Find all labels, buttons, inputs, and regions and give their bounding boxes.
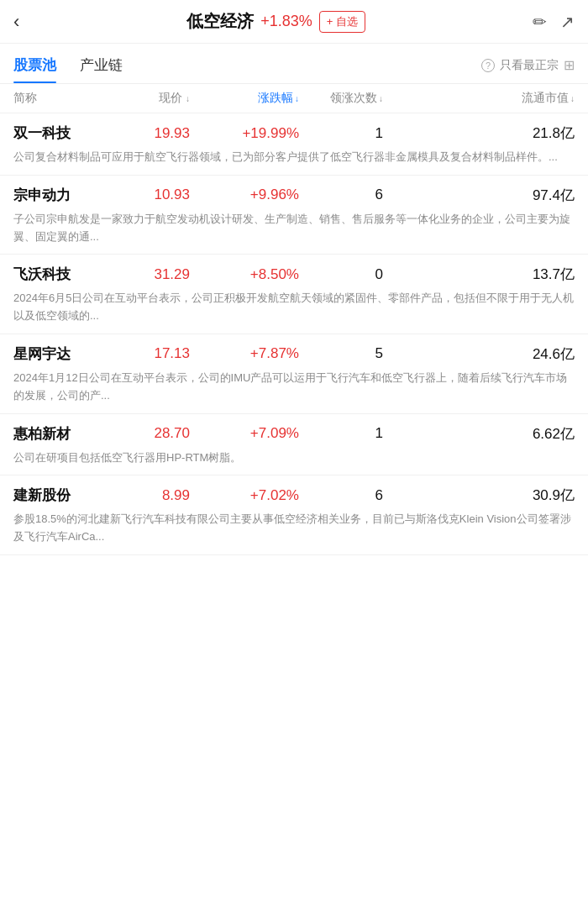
stock-change: +7.87% (190, 345, 299, 362)
stock-name: 飞沃科技 (13, 265, 89, 284)
col-header-name: 简称 (13, 91, 89, 106)
stock-row: 建新股份 8.99 +7.02% 6 30.9亿 (13, 486, 575, 505)
header-actions: ✏ ↗ (533, 12, 575, 32)
page-title: 低空经济 (186, 10, 254, 33)
stock-price: 31.29 (89, 266, 190, 283)
add-favorite-button[interactable]: + 自选 (319, 11, 365, 33)
stock-lead: 0 (299, 266, 383, 283)
stock-price: 10.93 (89, 187, 190, 203)
stock-change: +8.50% (190, 266, 299, 283)
stock-cap: 21.8亿 (383, 123, 575, 143)
list-item[interactable]: 双一科技 19.93 +19.99% 1 21.8亿 公司复合材料制品可应用于航… (0, 113, 588, 176)
stock-list: 双一科技 19.93 +19.99% 1 21.8亿 公司复合材料制品可应用于航… (0, 113, 588, 555)
col-header-cap[interactable]: 流通市值 ↓ (383, 91, 575, 106)
stock-lead: 5 (299, 345, 383, 362)
list-item[interactable]: 惠柏新材 28.70 +7.09% 1 6.62亿 公司在研项目包括低空飞行器用… (0, 414, 588, 476)
tab-industry-chain[interactable]: 产业链 (80, 47, 123, 83)
stock-row: 飞沃科技 31.29 +8.50% 0 13.7亿 (13, 265, 575, 284)
share-icon[interactable]: ↗ (560, 12, 575, 32)
stock-row: 宗申动力 10.93 +9.96% 6 97.4亿 (13, 186, 575, 205)
col-header-change[interactable]: 涨跌幅 ↓ (190, 91, 299, 106)
stock-name: 双一科技 (13, 123, 89, 143)
stock-desc: 子公司宗申航发是一家致力于航空发动机设计研发、生产制造、销售、售后服务等一体化业… (13, 211, 575, 246)
stock-row: 星网宇达 17.13 +7.87% 5 24.6亿 (13, 344, 575, 364)
list-item[interactable]: 星网宇达 17.13 +7.87% 5 24.6亿 2024年1月12日公司在互… (0, 334, 588, 414)
stock-lead: 6 (299, 487, 383, 504)
col-header-lead[interactable]: 领涨次数 ↓ (299, 91, 383, 106)
col-header-price: 现价 ↓ (89, 91, 190, 106)
list-item[interactable]: 建新股份 8.99 +7.02% 6 30.9亿 参股18.5%的河北建新飞行汽… (0, 476, 588, 555)
stock-change: +7.02% (190, 487, 299, 504)
help-icon: ? (481, 59, 495, 72)
stock-cap: 30.9亿 (383, 486, 575, 505)
stock-change: +7.09% (190, 425, 299, 442)
stock-price: 19.93 (89, 125, 190, 142)
back-button[interactable]: ‹ (13, 11, 19, 33)
tabs-right-filter[interactable]: ? 只看最正宗 ⊞ (481, 57, 575, 73)
stock-name: 惠柏新材 (13, 424, 89, 444)
stock-row: 惠柏新材 28.70 +7.09% 1 6.62亿 (13, 424, 575, 444)
stock-cap: 97.4亿 (383, 186, 575, 205)
stock-name: 星网宇达 (13, 344, 89, 364)
stock-price: 8.99 (89, 487, 190, 504)
stock-cap: 24.6亿 (383, 344, 575, 364)
list-item[interactable]: 飞沃科技 31.29 +8.50% 0 13.7亿 2024年6月5日公司在互动… (0, 255, 588, 334)
stock-name: 宗申动力 (13, 186, 89, 205)
stock-lead: 6 (299, 187, 383, 203)
stock-desc: 公司复合材料制品可应用于航空飞行器领域，已为部分客户提供了低空飞行器非金属模具及… (13, 149, 575, 166)
tabs-bar: 股票池 产业链 ? 只看最正宗 ⊞ (0, 47, 588, 84)
stock-cap: 13.7亿 (383, 265, 575, 284)
stock-lead: 1 (299, 425, 383, 442)
grid-icon: ⊞ (564, 57, 575, 73)
edit-icon[interactable]: ✏ (533, 12, 547, 32)
stock-desc: 公司在研项目包括低空飞行器用HP-RTM树脂。 (13, 449, 575, 467)
stock-desc: 参股18.5%的河北建新飞行汽车科技有限公司主要从事低空经济相关业务，目前已与斯… (13, 511, 575, 546)
column-headers: 简称 现价 ↓ 涨跌幅 ↓ 领涨次数 ↓ 流通市值 ↓ (0, 84, 588, 113)
filter-label: 只看最正宗 (500, 58, 559, 73)
stock-change: +19.99% (190, 125, 299, 142)
stock-cap: 6.62亿 (383, 424, 575, 444)
stock-lead: 1 (299, 125, 383, 142)
stock-desc: 2024年6月5日公司在互动平台表示，公司正积极开发航空航天领域的紧固件、零部件… (13, 290, 575, 325)
stock-row: 双一科技 19.93 +19.99% 1 21.8亿 (13, 123, 575, 143)
stock-desc: 2024年1月12日公司在互动平台表示，公司的IMU产品可以运用于飞行汽车和低空… (13, 370, 575, 405)
stock-name: 建新股份 (13, 486, 89, 505)
stock-change: +9.96% (190, 187, 299, 203)
list-item[interactable]: 宗申动力 10.93 +9.96% 6 97.4亿 子公司宗申航发是一家致力于航… (0, 176, 588, 255)
tab-stock-pool[interactable]: 股票池 (13, 47, 56, 83)
header: ‹ 低空经济 +1.83% + 自选 ✏ ↗ (0, 0, 588, 44)
stock-price: 17.13 (89, 345, 190, 362)
header-title-area: 低空经济 +1.83% + 自选 (26, 10, 526, 33)
header-change: +1.83% (260, 13, 312, 30)
cap-sort-icon: ↓ (570, 94, 575, 103)
stock-price: 28.70 (89, 425, 190, 442)
